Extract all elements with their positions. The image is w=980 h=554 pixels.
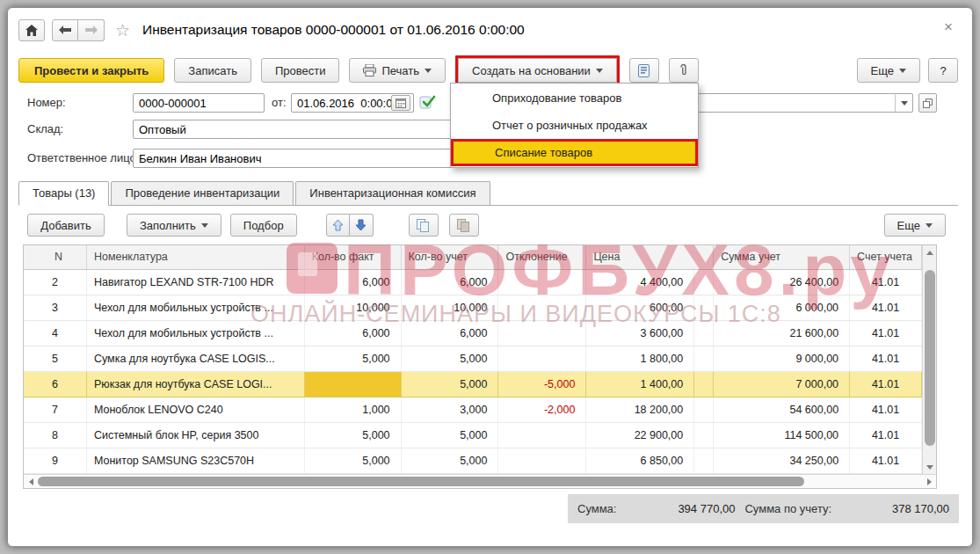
post-button[interactable]: Провести [261,58,340,83]
move-down-button[interactable] [350,214,374,237]
cell-qty_fact[interactable] [305,372,402,397]
column-header[interactable]: Цена [586,245,714,269]
cell-account[interactable]: 41.01 [850,346,922,371]
cell-dev[interactable] [498,346,586,371]
table-row[interactable]: 7Моноблок LENOVO C2401,0003,000-2,00018 … [24,397,922,423]
cell-dev[interactable] [498,448,586,473]
cell-qty_fact[interactable]: 5,000 [305,423,402,448]
cell-price[interactable]: 3 600,00 [586,321,694,346]
cell-n[interactable]: 4 [24,321,87,346]
horizontal-scroll-thumb[interactable] [38,477,804,486]
column-header[interactable]: Кол-во учет [402,245,499,269]
cell-sum_acc[interactable]: 114 500,00 [714,423,850,448]
cell-blank[interactable] [694,321,714,346]
cell-blank[interactable] [694,397,714,422]
cell-n[interactable]: 5 [24,346,87,371]
create-based-on-button[interactable]: Создать на основании [458,58,617,83]
cell-dev[interactable] [498,295,586,320]
cell-name[interactable]: Моноблок LENOVO C240 [87,397,305,422]
cell-qty_fact[interactable]: 6,000 [305,321,402,346]
vertical-scroll-thumb[interactable] [925,270,935,446]
cell-name[interactable]: Рюкзак для ноутбука CASE LOGI... [87,372,305,397]
person-input[interactable] [133,149,484,168]
cell-dev[interactable] [498,270,586,295]
menu-item-spisanie[interactable]: Списание товаров [451,139,698,166]
cell-qty_fact[interactable]: 6,000 [305,270,402,295]
table-row[interactable]: 6Рюкзак для ноутбука CASE LOGI...5,000-5… [24,372,922,397]
cell-dev[interactable]: -2,000 [498,397,586,422]
scroll-left-icon[interactable] [25,475,37,488]
table-row[interactable]: 4Чехол для мобильных устройств ...6,0006… [24,321,922,346]
number-input[interactable] [133,93,265,113]
cell-qty_acc[interactable]: 5,000 [402,346,499,371]
scroll-down-icon[interactable] [923,461,937,473]
cell-blank[interactable] [694,423,714,448]
table-row[interactable]: 2Навигатор LEXAND STR-7100 HDR6,0006,000… [24,270,922,295]
cell-account[interactable]: 41.01 [850,295,922,320]
cell-blank[interactable] [694,372,714,397]
table-row[interactable]: 9Монитор SAMSUNG S23C570H5,0005,0006 850… [24,448,922,474]
cell-n[interactable]: 6 [24,372,87,397]
cell-name[interactable]: Монитор SAMSUNG S23C570H [87,448,305,473]
tab-inventory-process[interactable]: Проведение инвентаризации [111,181,294,205]
cell-qty_fact[interactable]: 5,000 [305,448,402,473]
cell-price[interactable]: 1 400,00 [586,372,694,397]
cell-sum_acc[interactable]: 26 400,00 [714,270,850,295]
cell-dev[interactable] [498,321,586,346]
cell-name[interactable]: Чехол для мобильных устройств ... [87,321,305,346]
table-row[interactable]: 8Системный блок HP, серия 35005,0005,000… [24,423,922,448]
column-header[interactable]: Сумма учет [714,245,850,269]
scroll-up-icon[interactable] [923,246,937,259]
cell-blank[interactable] [694,270,714,295]
table-row[interactable]: 5Сумка для ноутбука CASE LOGIS...5,0005,… [24,346,922,372]
menu-item-oprihodovanie[interactable]: Оприходование товаров [451,84,698,112]
fill-button[interactable]: Заполнить [127,214,221,237]
scroll-right-icon[interactable] [923,475,935,488]
favorite-star-icon[interactable]: ☆ [115,20,130,40]
cell-sum_acc[interactable]: 34 250,00 [714,448,850,473]
column-header[interactable]: Кол-во факт [305,245,402,269]
column-header[interactable]: N [24,245,87,269]
cell-account[interactable]: 41.01 [850,423,922,448]
cell-price[interactable]: 22 900,00 [586,423,694,448]
table-more-button[interactable]: Еще [884,214,946,237]
organization-dropdown-button[interactable] [895,93,912,113]
cell-n[interactable]: 7 [24,397,87,422]
cell-qty_acc[interactable]: 6,000 [402,270,499,295]
close-icon[interactable]: × [939,17,958,38]
column-header[interactable]: Отклонение [498,245,586,269]
copy-rows-button[interactable] [409,214,439,237]
cell-price[interactable]: 18 200,00 [586,397,694,422]
table-row[interactable]: 3Чехол для мобильных устройств ...10,000… [24,295,922,321]
cell-account[interactable]: 41.01 [850,321,922,346]
cell-price[interactable]: 1 800,00 [586,346,694,371]
attachments-button[interactable] [669,58,699,83]
write-button[interactable]: Записать [174,58,251,83]
horizontal-scrollbar[interactable] [24,474,936,488]
cell-n[interactable]: 9 [24,448,87,473]
cell-qty_fact[interactable]: 10,000 [305,295,402,320]
pick-button[interactable]: Подбор [230,214,297,237]
cell-dev[interactable] [498,423,586,448]
cell-account[interactable]: 41.01 [850,372,922,397]
cell-qty_acc[interactable]: 5,000 [402,448,499,473]
cell-blank[interactable] [694,448,714,473]
cell-qty_acc[interactable]: 10,000 [402,295,499,320]
cell-qty_acc[interactable]: 6,000 [402,321,499,346]
cell-qty_acc[interactable]: 3,000 [402,397,499,422]
cell-account[interactable]: 41.01 [850,448,922,473]
cell-sum_acc[interactable]: 9 000,00 [714,346,850,371]
paste-rows-button[interactable] [449,214,479,237]
menu-item-otchet[interactable]: Отчет о розничных продажах [451,112,698,139]
tab-goods[interactable]: Товары (13) [18,181,109,206]
cell-qty_acc[interactable]: 5,000 [402,372,499,397]
cell-name[interactable]: Системный блок HP, серия 3500 [87,423,305,448]
print-button[interactable]: Печать [349,58,446,83]
home-button[interactable] [18,19,45,41]
cell-sum_acc[interactable]: 54 600,00 [714,397,850,422]
cell-blank[interactable] [694,295,714,320]
warehouse-input[interactable] [133,120,484,139]
cell-n[interactable]: 2 [24,270,87,295]
cell-sum_acc[interactable]: 21 600,00 [714,321,850,346]
column-header[interactable]: Счет учета [850,245,922,269]
